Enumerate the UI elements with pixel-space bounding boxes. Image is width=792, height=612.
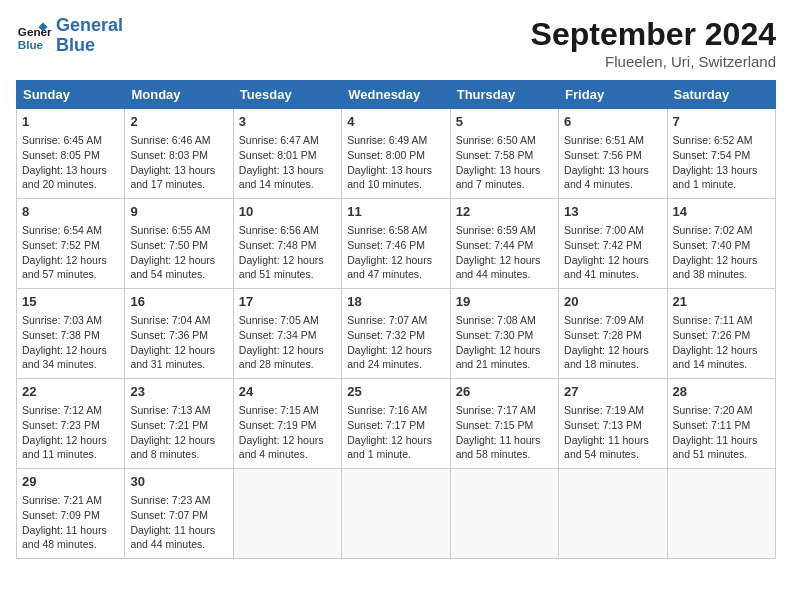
day-info: Sunrise: 6:51 AMSunset: 7:56 PMDaylight:… [564, 133, 661, 192]
day-info: Sunrise: 7:05 AMSunset: 7:34 PMDaylight:… [239, 313, 336, 372]
calendar-cell: 17Sunrise: 7:05 AMSunset: 7:34 PMDayligh… [233, 289, 341, 379]
calendar-cell [559, 469, 667, 559]
day-number: 21 [673, 293, 770, 311]
calendar-cell: 21Sunrise: 7:11 AMSunset: 7:26 PMDayligh… [667, 289, 775, 379]
day-number: 1 [22, 113, 119, 131]
day-number: 4 [347, 113, 444, 131]
day-info: Sunrise: 6:58 AMSunset: 7:46 PMDaylight:… [347, 223, 444, 282]
day-info: Sunrise: 7:09 AMSunset: 7:28 PMDaylight:… [564, 313, 661, 372]
logo-text: GeneralBlue [56, 16, 123, 56]
calendar-cell: 20Sunrise: 7:09 AMSunset: 7:28 PMDayligh… [559, 289, 667, 379]
day-header-saturday: Saturday [667, 81, 775, 109]
day-number: 2 [130, 113, 227, 131]
calendar-cell: 10Sunrise: 6:56 AMSunset: 7:48 PMDayligh… [233, 199, 341, 289]
day-info: Sunrise: 7:23 AMSunset: 7:07 PMDaylight:… [130, 493, 227, 552]
day-number: 20 [564, 293, 661, 311]
calendar-cell [667, 469, 775, 559]
calendar-cell: 23Sunrise: 7:13 AMSunset: 7:21 PMDayligh… [125, 379, 233, 469]
calendar-cell: 9Sunrise: 6:55 AMSunset: 7:50 PMDaylight… [125, 199, 233, 289]
day-number: 7 [673, 113, 770, 131]
day-info: Sunrise: 7:07 AMSunset: 7:32 PMDaylight:… [347, 313, 444, 372]
day-info: Sunrise: 6:50 AMSunset: 7:58 PMDaylight:… [456, 133, 553, 192]
day-header-tuesday: Tuesday [233, 81, 341, 109]
day-number: 25 [347, 383, 444, 401]
day-number: 17 [239, 293, 336, 311]
calendar-cell: 30Sunrise: 7:23 AMSunset: 7:07 PMDayligh… [125, 469, 233, 559]
day-info: Sunrise: 7:04 AMSunset: 7:36 PMDaylight:… [130, 313, 227, 372]
day-number: 22 [22, 383, 119, 401]
day-info: Sunrise: 6:49 AMSunset: 8:00 PMDaylight:… [347, 133, 444, 192]
calendar-cell: 13Sunrise: 7:00 AMSunset: 7:42 PMDayligh… [559, 199, 667, 289]
logo-icon: General Blue [16, 18, 52, 54]
week-row-4: 22Sunrise: 7:12 AMSunset: 7:23 PMDayligh… [17, 379, 776, 469]
day-info: Sunrise: 7:13 AMSunset: 7:21 PMDaylight:… [130, 403, 227, 462]
day-number: 10 [239, 203, 336, 221]
day-number: 13 [564, 203, 661, 221]
calendar-cell: 11Sunrise: 6:58 AMSunset: 7:46 PMDayligh… [342, 199, 450, 289]
month-title: September 2024 [531, 16, 776, 53]
calendar-cell: 22Sunrise: 7:12 AMSunset: 7:23 PMDayligh… [17, 379, 125, 469]
day-number: 23 [130, 383, 227, 401]
day-number: 30 [130, 473, 227, 491]
day-info: Sunrise: 7:17 AMSunset: 7:15 PMDaylight:… [456, 403, 553, 462]
day-number: 27 [564, 383, 661, 401]
calendar-cell [233, 469, 341, 559]
calendar-cell: 27Sunrise: 7:19 AMSunset: 7:13 PMDayligh… [559, 379, 667, 469]
day-number: 9 [130, 203, 227, 221]
day-number: 6 [564, 113, 661, 131]
day-info: Sunrise: 7:16 AMSunset: 7:17 PMDaylight:… [347, 403, 444, 462]
day-info: Sunrise: 6:55 AMSunset: 7:50 PMDaylight:… [130, 223, 227, 282]
day-number: 5 [456, 113, 553, 131]
day-header-monday: Monday [125, 81, 233, 109]
day-number: 29 [22, 473, 119, 491]
calendar-cell: 16Sunrise: 7:04 AMSunset: 7:36 PMDayligh… [125, 289, 233, 379]
day-header-wednesday: Wednesday [342, 81, 450, 109]
day-number: 14 [673, 203, 770, 221]
calendar-cell: 28Sunrise: 7:20 AMSunset: 7:11 PMDayligh… [667, 379, 775, 469]
days-header-row: SundayMondayTuesdayWednesdayThursdayFrid… [17, 81, 776, 109]
week-row-1: 1Sunrise: 6:45 AMSunset: 8:05 PMDaylight… [17, 109, 776, 199]
calendar-cell: 24Sunrise: 7:15 AMSunset: 7:19 PMDayligh… [233, 379, 341, 469]
calendar-table: SundayMondayTuesdayWednesdayThursdayFrid… [16, 80, 776, 559]
day-info: Sunrise: 7:15 AMSunset: 7:19 PMDaylight:… [239, 403, 336, 462]
week-row-3: 15Sunrise: 7:03 AMSunset: 7:38 PMDayligh… [17, 289, 776, 379]
calendar-cell: 25Sunrise: 7:16 AMSunset: 7:17 PMDayligh… [342, 379, 450, 469]
calendar-cell [342, 469, 450, 559]
day-number: 8 [22, 203, 119, 221]
day-header-thursday: Thursday [450, 81, 558, 109]
day-info: Sunrise: 6:45 AMSunset: 8:05 PMDaylight:… [22, 133, 119, 192]
calendar-cell: 26Sunrise: 7:17 AMSunset: 7:15 PMDayligh… [450, 379, 558, 469]
calendar-cell: 1Sunrise: 6:45 AMSunset: 8:05 PMDaylight… [17, 109, 125, 199]
calendar-cell: 18Sunrise: 7:07 AMSunset: 7:32 PMDayligh… [342, 289, 450, 379]
day-info: Sunrise: 7:12 AMSunset: 7:23 PMDaylight:… [22, 403, 119, 462]
calendar-cell [450, 469, 558, 559]
location-subtitle: Flueelen, Uri, Switzerland [531, 53, 776, 70]
day-number: 19 [456, 293, 553, 311]
day-info: Sunrise: 6:47 AMSunset: 8:01 PMDaylight:… [239, 133, 336, 192]
calendar-cell: 3Sunrise: 6:47 AMSunset: 8:01 PMDaylight… [233, 109, 341, 199]
day-number: 18 [347, 293, 444, 311]
day-header-sunday: Sunday [17, 81, 125, 109]
calendar-cell: 15Sunrise: 7:03 AMSunset: 7:38 PMDayligh… [17, 289, 125, 379]
logo: General Blue GeneralBlue [16, 16, 123, 56]
week-row-2: 8Sunrise: 6:54 AMSunset: 7:52 PMDaylight… [17, 199, 776, 289]
calendar-cell: 29Sunrise: 7:21 AMSunset: 7:09 PMDayligh… [17, 469, 125, 559]
calendar-cell: 14Sunrise: 7:02 AMSunset: 7:40 PMDayligh… [667, 199, 775, 289]
calendar-cell: 6Sunrise: 6:51 AMSunset: 7:56 PMDaylight… [559, 109, 667, 199]
day-number: 3 [239, 113, 336, 131]
day-number: 28 [673, 383, 770, 401]
calendar-cell: 12Sunrise: 6:59 AMSunset: 7:44 PMDayligh… [450, 199, 558, 289]
day-number: 11 [347, 203, 444, 221]
calendar-cell: 4Sunrise: 6:49 AMSunset: 8:00 PMDaylight… [342, 109, 450, 199]
day-number: 15 [22, 293, 119, 311]
day-info: Sunrise: 6:46 AMSunset: 8:03 PMDaylight:… [130, 133, 227, 192]
calendar-cell: 19Sunrise: 7:08 AMSunset: 7:30 PMDayligh… [450, 289, 558, 379]
day-number: 12 [456, 203, 553, 221]
calendar-cell: 8Sunrise: 6:54 AMSunset: 7:52 PMDaylight… [17, 199, 125, 289]
day-info: Sunrise: 7:19 AMSunset: 7:13 PMDaylight:… [564, 403, 661, 462]
calendar-cell: 7Sunrise: 6:52 AMSunset: 7:54 PMDaylight… [667, 109, 775, 199]
day-number: 26 [456, 383, 553, 401]
calendar-cell: 2Sunrise: 6:46 AMSunset: 8:03 PMDaylight… [125, 109, 233, 199]
title-block: September 2024 Flueelen, Uri, Switzerlan… [531, 16, 776, 70]
day-info: Sunrise: 7:21 AMSunset: 7:09 PMDaylight:… [22, 493, 119, 552]
